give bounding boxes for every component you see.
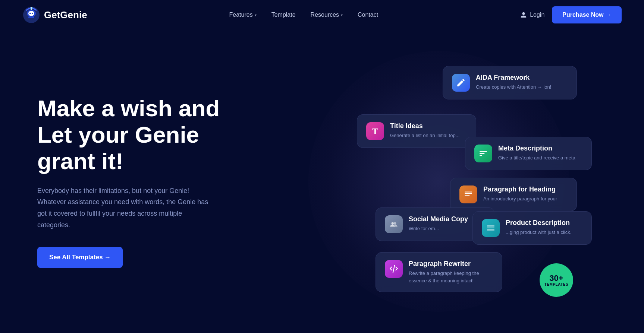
product-title: Product Description [506, 219, 571, 227]
login-button[interactable]: Login [520, 12, 544, 18]
template-card-paragraph[interactable]: Paragraph for Heading An introductory pa… [450, 178, 577, 211]
nav-link-resources[interactable]: Resources ▾ [311, 12, 343, 18]
social-icon [385, 215, 403, 233]
title-ideas-title: Title Ideas [390, 122, 459, 130]
paragraph-desc: An introductory paragraph for your [483, 195, 557, 203]
nav-item-resources[interactable]: Resources ▾ [311, 12, 343, 18]
nav-item-contact[interactable]: Contact [358, 12, 378, 18]
aida-desc: Create copies with Attention → ion! [476, 83, 551, 91]
hero-title: Make a wish and Let your Genie grant it! [37, 95, 254, 175]
social-content: Social Media Copy Write for em... [409, 215, 468, 232]
user-icon [520, 12, 527, 18]
nav-actions: Login Purchase Now → [520, 6, 622, 23]
templates-badge: 30+ TEMPLATES [540, 263, 573, 297]
nav-item-template[interactable]: Template [271, 12, 296, 18]
nav-link-contact[interactable]: Contact [358, 12, 378, 18]
nav-item-features[interactable]: Features ▾ [229, 12, 257, 18]
title-ideas-icon: T [366, 122, 384, 140]
rewriter-icon [385, 260, 403, 278]
chevron-down-icon: ▾ [255, 13, 257, 17]
rewriter-title: Paragraph Rewriter [409, 260, 491, 268]
template-card-title-ideas[interactable]: T Title Ideas Generate a list on an init… [357, 114, 476, 148]
title-ideas-content: Title Ideas Generate a list on an initia… [390, 122, 459, 139]
logo-icon [22, 6, 40, 24]
rewriter-content: Paragraph Rewriter Rewrite a paragraph k… [409, 260, 491, 284]
paragraph-icon [459, 185, 477, 203]
badge-label: TEMPLATES [544, 282, 568, 286]
template-card-rewriter[interactable]: Paragraph Rewriter Rewrite a paragraph k… [376, 252, 502, 292]
see-all-templates-button[interactable]: See All Templates → [37, 247, 123, 268]
hero-templates: AIDA Framework Create copies with Attent… [276, 55, 607, 308]
aida-icon [452, 74, 470, 92]
purchase-now-button[interactable]: Purchase Now → [552, 6, 622, 23]
chevron-down-icon-2: ▾ [341, 13, 343, 17]
svg-point-2 [28, 11, 34, 16]
nav-link-features[interactable]: Features ▾ [229, 12, 257, 18]
aida-title: AIDA Framework [476, 74, 551, 82]
product-content: Product Description ...ging product with… [506, 219, 571, 236]
template-card-aida[interactable]: AIDA Framework Create copies with Attent… [443, 66, 577, 99]
brand-name: GetGenie [44, 9, 87, 21]
svg-point-10 [394, 222, 396, 225]
logo[interactable]: GetGenie [22, 6, 87, 24]
nav-link-template[interactable]: Template [271, 12, 296, 18]
meta-content: Meta Description Give a title/topic and … [498, 145, 575, 162]
svg-point-5 [29, 13, 31, 14]
navbar: GetGenie Features ▾ Template Resources ▾… [0, 0, 644, 30]
meta-title: Meta Description [498, 145, 575, 152]
rewriter-desc: Rewrite a paragraph keeping the essence … [409, 270, 491, 284]
hero-subtitle: Everybody has their limitations, but not… [37, 185, 216, 231]
social-desc: Write for em... [409, 225, 468, 232]
nav-links: Features ▾ Template Resources ▾ Contact [229, 12, 378, 18]
svg-rect-4 [30, 18, 33, 21]
title-ideas-desc: Generate a list on an initial top... [390, 132, 459, 139]
social-title: Social Media Copy [409, 215, 468, 223]
template-card-meta[interactable]: Meta Description Give a title/topic and … [465, 137, 592, 170]
template-card-product[interactable]: Product Description ...ging product with… [472, 211, 592, 245]
paragraph-title: Paragraph for Heading [483, 185, 557, 193]
meta-desc: Give a title/topic and receive a meta [498, 154, 575, 162]
hero-content: Make a wish and Let your Genie grant it!… [37, 95, 254, 268]
meta-icon [474, 145, 492, 162]
paragraph-content: Paragraph for Heading An introductory pa… [483, 185, 557, 203]
product-desc: ...ging product with just a click. [506, 229, 571, 236]
aida-content: AIDA Framework Create copies with Attent… [476, 74, 551, 91]
hero-section: Make a wish and Let your Genie grant it!… [0, 30, 644, 333]
svg-point-6 [32, 13, 33, 14]
svg-point-9 [392, 222, 394, 225]
product-icon [482, 219, 500, 237]
badge-count: 30+ [549, 274, 563, 282]
